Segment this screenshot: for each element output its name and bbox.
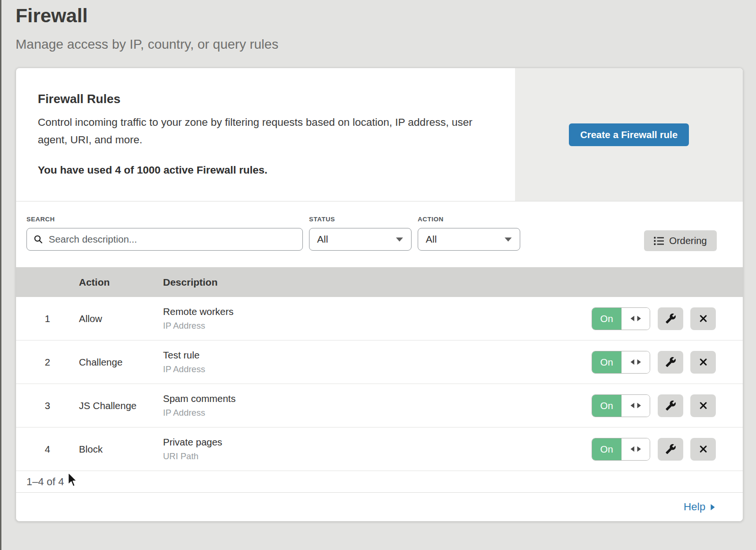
- action-filter-group: ACTION All: [418, 216, 520, 251]
- arrow-right-icon: [710, 504, 715, 511]
- window-left-edge: [0, 0, 1, 550]
- firewall-rules-card: Firewall Rules Control incoming traffic …: [16, 68, 743, 522]
- toggle-on-label: On: [592, 351, 621, 373]
- edit-rule-button[interactable]: [658, 438, 683, 461]
- rule-priority: 2: [16, 357, 79, 368]
- action-select-value: All: [426, 234, 437, 245]
- search-filter-group: SEARCH: [26, 216, 303, 251]
- page-header: Firewall Manage access by IP, country, o…: [0, 0, 756, 52]
- toggle-handle[interactable]: [621, 395, 650, 417]
- delete-rule-button[interactable]: [690, 394, 716, 417]
- delete-rule-button[interactable]: [690, 307, 716, 330]
- delete-rule-button[interactable]: [690, 438, 716, 461]
- rule-enabled-toggle[interactable]: On: [592, 351, 650, 374]
- rule-description: Test rule: [163, 349, 592, 361]
- toggle-on-label: On: [592, 308, 621, 330]
- table-row: 4 Block Private pages URI Path On: [16, 428, 743, 471]
- rule-description: Private pages: [163, 437, 592, 448]
- create-rule-panel: Create a Firewall rule: [515, 68, 743, 201]
- close-icon: [698, 444, 708, 454]
- rule-controls: On: [592, 351, 743, 374]
- edit-rule-button[interactable]: [658, 394, 683, 417]
- toggle-on-label: On: [592, 438, 621, 460]
- left-right-arrows-icon: [630, 315, 642, 322]
- search-label: SEARCH: [26, 216, 303, 223]
- rule-match-type: IP Address: [163, 408, 592, 418]
- table-row: 3 JS Challenge Spam comments IP Address …: [16, 384, 743, 428]
- close-icon: [698, 357, 708, 367]
- rule-match-type: URI Path: [163, 451, 592, 462]
- wrench-icon: [665, 444, 676, 454]
- edit-rule-button[interactable]: [658, 351, 683, 374]
- rule-enabled-toggle[interactable]: On: [592, 307, 650, 330]
- rule-match-type: IP Address: [163, 321, 592, 331]
- mouse-cursor-icon: [67, 472, 78, 488]
- wrench-icon: [665, 313, 676, 324]
- rule-enabled-toggle[interactable]: On: [592, 394, 650, 417]
- toggle-handle[interactable]: [621, 351, 650, 373]
- toggle-handle[interactable]: [621, 308, 650, 330]
- rule-enabled-toggle[interactable]: On: [592, 438, 650, 461]
- rule-description: Remote workers: [163, 306, 592, 317]
- ordering-button-label: Ordering: [669, 235, 707, 246]
- rules-table-body: 1 Allow Remote workers IP Address On: [16, 297, 743, 471]
- help-row: Help: [16, 492, 743, 521]
- rule-description: Spam comments: [163, 393, 592, 404]
- rules-table-header: Action Description: [16, 267, 743, 297]
- rule-priority: 1: [16, 313, 79, 324]
- table-row: 2 Challenge Test rule IP Address On: [16, 340, 743, 384]
- toggle-handle[interactable]: [621, 438, 650, 460]
- status-filter-group: STATUS All: [309, 216, 412, 251]
- rule-description-cell: Remote workers IP Address: [163, 306, 592, 331]
- rule-match-type: IP Address: [163, 364, 592, 375]
- ordered-list-icon: [654, 236, 664, 245]
- pagination-text: 1–4 of 4: [26, 476, 64, 488]
- action-column-header: Action: [79, 277, 163, 288]
- action-select[interactable]: All: [418, 228, 520, 251]
- rule-controls: On: [592, 307, 743, 330]
- help-link[interactable]: Help: [684, 501, 715, 513]
- action-label: ACTION: [418, 216, 520, 223]
- rule-controls: On: [592, 438, 743, 461]
- rule-action: Challenge: [79, 357, 163, 368]
- wrench-icon: [665, 357, 676, 367]
- toggle-on-label: On: [592, 395, 621, 417]
- search-field-container: [26, 228, 303, 251]
- edit-rule-button[interactable]: [658, 307, 683, 330]
- description-column-header: Description: [163, 277, 743, 288]
- close-icon: [698, 401, 708, 410]
- rule-controls: On: [592, 394, 743, 417]
- rules-description: Control incoming traffic to your zone by…: [38, 113, 487, 148]
- rule-description-cell: Spam comments IP Address: [163, 393, 592, 418]
- table-row: 1 Allow Remote workers IP Address On: [16, 297, 743, 340]
- left-right-arrows-icon: [630, 445, 642, 453]
- rule-action: Allow: [79, 313, 163, 324]
- search-input[interactable]: [48, 233, 296, 245]
- status-label: STATUS: [309, 216, 412, 223]
- help-link-label: Help: [684, 501, 705, 513]
- rules-summary-section: Firewall Rules Control incoming traffic …: [16, 68, 743, 201]
- search-icon: [34, 235, 43, 244]
- close-icon: [698, 314, 708, 323]
- rule-description-cell: Private pages URI Path: [163, 437, 592, 462]
- rules-heading: Firewall Rules: [38, 92, 487, 106]
- rules-usage-count: You have used 4 of 1000 active Firewall …: [38, 164, 487, 176]
- chevron-down-icon: [395, 237, 404, 242]
- left-right-arrows-icon: [630, 402, 642, 409]
- chevron-down-icon: [504, 237, 512, 242]
- rule-action: Block: [79, 444, 163, 455]
- wrench-icon: [665, 400, 676, 411]
- ordering-button[interactable]: Ordering: [644, 230, 717, 251]
- create-firewall-rule-button[interactable]: Create a Firewall rule: [569, 123, 689, 146]
- status-select-value: All: [317, 234, 328, 245]
- rule-priority: 3: [16, 400, 79, 411]
- pagination-row: 1–4 of 4: [16, 471, 743, 492]
- rule-priority: 4: [16, 444, 79, 455]
- delete-rule-button[interactable]: [690, 351, 716, 374]
- status-select[interactable]: All: [309, 228, 412, 251]
- filters-bar: SEARCH STATUS All ACTION All: [16, 201, 743, 267]
- page-title: Firewall: [16, 4, 756, 27]
- rules-summary-text: Firewall Rules Control incoming traffic …: [16, 68, 515, 201]
- page-subtitle: Manage access by IP, country, or query r…: [16, 37, 756, 52]
- rule-description-cell: Test rule IP Address: [163, 349, 592, 375]
